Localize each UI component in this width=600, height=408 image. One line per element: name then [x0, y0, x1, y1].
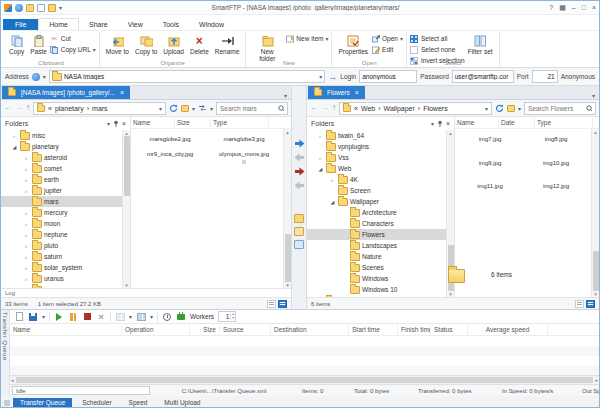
scroll-down-icon[interactable]: ▾: [449, 291, 452, 297]
folders-close-icon[interactable]: ×: [122, 120, 126, 127]
minimize-button[interactable]: –: [572, 4, 576, 12]
column-source[interactable]: Source: [220, 325, 271, 335]
thumbnail-view-toggle[interactable]: [586, 300, 595, 308]
tree-item[interactable]: Windows 10: [307, 284, 446, 295]
expand-icon[interactable]: ◢: [317, 166, 324, 172]
tab-view[interactable]: View: [118, 19, 153, 30]
tab-window[interactable]: Window: [189, 19, 234, 30]
column-start-time[interactable]: Start time: [349, 325, 398, 335]
tree-item[interactable]: ▹comet: [1, 163, 122, 174]
collapse-icon[interactable]: ▹: [23, 265, 30, 271]
properties-button[interactable]: Properties: [335, 33, 371, 56]
transfer-queue-rows[interactable]: [10, 336, 599, 375]
collapse-icon[interactable]: ▹: [23, 287, 30, 289]
forward-button[interactable]: →: [15, 104, 23, 112]
address-combo[interactable]: ▾: [49, 70, 325, 83]
column-average-speed[interactable]: Average speed: [468, 325, 548, 335]
columns-dropdown-icon[interactable]: ▾: [150, 313, 153, 320]
horizontal-scrollbar[interactable]: ◂ ▸: [10, 375, 599, 384]
breadcrumb-item[interactable]: Flowers: [423, 105, 448, 112]
scroll-down-icon[interactable]: ▾: [286, 282, 289, 288]
collapse-icon[interactable]: ▹: [329, 177, 336, 183]
new-item-button[interactable]: New item ▾: [285, 34, 328, 43]
copy-button[interactable]: Copy: [6, 33, 27, 56]
tab-share[interactable]: Share: [79, 19, 118, 30]
scroll-up-icon[interactable]: ▴: [594, 129, 597, 135]
styles-button[interactable]: ▦: [559, 4, 566, 12]
delete-button[interactable]: × Delete: [187, 33, 212, 56]
file-item[interactable]: img7.jpg: [457, 131, 523, 143]
pin-icon[interactable]: [113, 120, 119, 127]
move-item-icon[interactable]: [115, 312, 125, 322]
tab-list-dropdown-icon[interactable]: ▾: [280, 92, 291, 99]
collapse-icon[interactable]: ▹: [23, 221, 30, 227]
transfer-mode-dropdown-icon[interactable]: ▾: [210, 105, 213, 112]
tab-tools[interactable]: Tools: [153, 19, 189, 30]
tree-item[interactable]: Landscapes: [307, 240, 446, 251]
expand-icon[interactable]: ◢: [11, 144, 18, 150]
tab-close-icon[interactable]: ×: [355, 89, 359, 96]
tree-item[interactable]: ▹misc: [1, 130, 122, 141]
anonymous-toggle[interactable]: Anonymous: [561, 73, 595, 80]
address-dropdown-icon[interactable]: ▾: [319, 73, 322, 80]
tree-item[interactable]: ▹neptune: [1, 229, 122, 240]
column-date[interactable]: Date: [499, 118, 535, 128]
sync-folders-button[interactable]: [294, 227, 304, 236]
tree-item[interactable]: ▹twain_64: [307, 130, 446, 141]
column-operation[interactable]: Operation: [122, 325, 190, 335]
tree-item-selected[interactable]: Flowers: [307, 229, 446, 240]
tree-item[interactable]: ◢Wallpaper: [307, 196, 446, 207]
file-item[interactable]: img9.jpg: [457, 155, 523, 167]
breadcrumb-overflow-icon[interactable]: «: [48, 105, 52, 112]
collapse-icon[interactable]: ▹: [23, 188, 30, 194]
transfer-mode-button[interactable]: [198, 104, 207, 112]
remove-icon[interactable]: ×: [96, 312, 106, 322]
folders-close-icon[interactable]: ×: [446, 120, 450, 127]
scroll-up-icon[interactable]: ▴: [286, 129, 289, 135]
login-input[interactable]: [362, 73, 414, 80]
up-button[interactable]: ↑: [26, 104, 30, 112]
password-field-box[interactable]: [452, 70, 514, 83]
tree-item[interactable]: ▹Vss: [307, 152, 446, 163]
tree-item[interactable]: ▹earth: [1, 174, 122, 185]
collapse-icon[interactable]: ▹: [23, 254, 30, 260]
collapse-icon[interactable]: ▹: [23, 243, 30, 249]
save-dropdown-icon[interactable]: ▾: [42, 313, 45, 320]
upload-to-right-button[interactable]: [293, 166, 305, 176]
select-all-button[interactable]: Select all: [410, 34, 465, 43]
dock-icon[interactable]: [4, 400, 10, 406]
tree-item[interactable]: ▹asteroid: [1, 152, 122, 163]
collapse-icon[interactable]: ▹: [23, 276, 30, 282]
collapse-icon[interactable]: ▹: [23, 166, 30, 172]
new-folder-button[interactable]: New folder: [249, 33, 285, 63]
favorites-icon[interactable]: [26, 4, 34, 12]
cut-button[interactable]: ✂ Cut: [50, 34, 96, 43]
tree-item[interactable]: ▹moon: [1, 218, 122, 229]
back-button[interactable]: ←: [4, 104, 12, 112]
workers-spinner[interactable]: 1 ▴▾: [218, 311, 236, 322]
port-field-box[interactable]: [532, 70, 558, 83]
breadcrumb-overflow-icon[interactable]: «: [354, 105, 358, 112]
tree-item[interactable]: ▹pluto: [1, 240, 122, 251]
copy-url-button[interactable]: Copy URL ▾: [50, 45, 96, 54]
edit-button[interactable]: Edit: [371, 45, 403, 54]
breadcrumb-item[interactable]: planetary: [55, 105, 84, 112]
select-none-button[interactable]: Select none: [410, 45, 465, 54]
breadcrumb-item[interactable]: mars: [92, 105, 108, 112]
search-input[interactable]: [528, 105, 584, 112]
breadcrumb-dropdown-icon[interactable]: ▾: [159, 105, 162, 112]
collapse-icon[interactable]: ▹: [317, 155, 324, 161]
login-field-box[interactable]: [359, 70, 417, 83]
refresh-button[interactable]: [169, 104, 178, 113]
transfer-queue-side-strip[interactable]: Transfer Queue: [1, 310, 10, 396]
address-input[interactable]: [64, 73, 317, 80]
address-globe-icon[interactable]: [32, 73, 40, 81]
columns-icon[interactable]: [136, 312, 146, 322]
stop-icon[interactable]: [82, 312, 92, 322]
connect-globe-icon[interactable]: [15, 4, 23, 12]
favorites-button[interactable]: [181, 105, 189, 112]
column-name[interactable]: Name: [131, 118, 175, 128]
tree-item[interactable]: Architecture: [307, 207, 446, 218]
start-icon[interactable]: [54, 312, 64, 322]
file-item[interactable]: img10.jpg: [523, 155, 589, 167]
